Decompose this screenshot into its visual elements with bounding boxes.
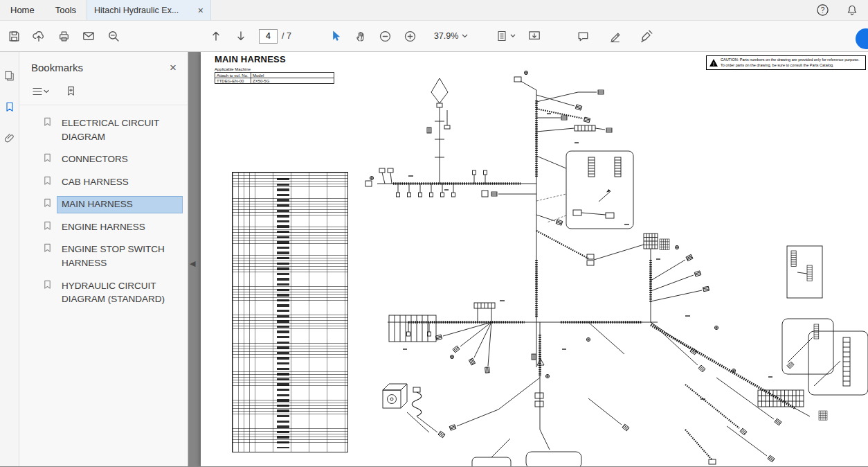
page-navigation: / 7 (204, 25, 291, 47)
bookmarks-header: Bookmarks × (19, 52, 188, 79)
bookmark-item-cab-harness[interactable]: CAB HARNESS (42, 171, 183, 194)
bookmark-item-engine-harness[interactable]: ENGINE HARNESS (42, 216, 183, 239)
attachments-icon[interactable] (3, 132, 15, 143)
bookmark-icon (43, 117, 52, 127)
hand-tool-icon[interactable] (350, 25, 372, 47)
bookmark-item-electrical-circuit-diagram[interactable]: ELECTRICAL CIRCUIT DIAGRAM (42, 112, 183, 148)
titlebar: Home Tools Hitachi Hydraulic Ex... × ? (0, 0, 868, 21)
close-bookmarks-icon[interactable]: × (170, 62, 177, 73)
page-thumbnails-icon[interactable] (3, 70, 15, 82)
next-page-icon[interactable] (230, 25, 252, 47)
bookmarks-list: ELECTRICAL CIRCUIT DIAGRAM CONNECTORS CA… (19, 105, 188, 311)
content-area: Bookmarks × ELECTRICAL CIRCUIT DIAGRAM C… (0, 52, 868, 466)
page-number-input[interactable] (259, 29, 278, 44)
document-viewer: ◀ MAIN HARNESS Applicable Machine Attach… (188, 52, 868, 466)
pdf-page: MAIN HARNESS Applicable Machine Attach t… (201, 52, 868, 466)
expand-current-bookmark-icon[interactable] (65, 85, 77, 97)
zoom-out-icon[interactable] (374, 25, 397, 47)
help-icon[interactable]: ? (816, 3, 829, 17)
bookmark-icon (43, 198, 52, 208)
previous-page-icon[interactable] (205, 25, 227, 47)
page-count-label: / 7 (282, 31, 291, 41)
bookmark-item-label: MAIN HARNESS (57, 197, 182, 213)
bookmarks-title: Bookmarks (31, 62, 83, 73)
bookmark-item-label: CONNECTORS (57, 152, 182, 168)
comment-icon[interactable] (572, 25, 594, 47)
page-scroll-mode-icon[interactable] (491, 25, 521, 47)
zoom-level-dropdown[interactable]: 37.9% (428, 31, 473, 41)
titlebar-right: ? (816, 0, 868, 20)
bookmark-item-label: ELECTRICAL CIRCUIT DIAGRAM (57, 116, 182, 145)
annotation-tools (570, 25, 659, 47)
wiring-diagram (201, 52, 868, 466)
document-tab-title: Hitachi Hydraulic Ex... (94, 6, 192, 15)
pointer-tools (323, 25, 423, 47)
page-display-tools (490, 25, 547, 47)
select-tool-icon[interactable] (325, 25, 347, 47)
print-icon[interactable] (53, 25, 75, 47)
document-tab[interactable]: Hitachi Hydraulic Ex... × (87, 0, 211, 20)
bookmark-icon (43, 221, 52, 231)
bookmark-item-main-harness[interactable]: MAIN HARNESS (42, 193, 183, 216)
navigation-icon-strip (0, 52, 19, 466)
highlight-icon[interactable] (604, 25, 626, 47)
zoom-in-icon[interactable] (399, 25, 422, 47)
tab-tools[interactable]: Tools (45, 0, 87, 20)
bookmarks-toolbar (19, 79, 188, 105)
bookmark-icon (43, 153, 52, 163)
sign-icon[interactable] (635, 25, 658, 47)
bookmark-item-hydraulic-circuit-diagram-standard[interactable]: HYDRAULIC CIRCUIT DIAGRAM (STANDARD) (42, 275, 183, 311)
bookmarks-panel-icon[interactable] (4, 101, 15, 112)
tab-home[interactable]: Home (0, 0, 45, 20)
email-icon[interactable] (78, 25, 100, 47)
chevron-down-icon (462, 34, 468, 38)
search-icon[interactable] (102, 25, 125, 47)
save-icon[interactable] (3, 25, 25, 47)
zoom-level-value: 37.9% (434, 31, 458, 41)
bookmark-item-connectors[interactable]: CONNECTORS (42, 148, 183, 171)
svg-text:?: ? (821, 6, 825, 14)
notifications-bell-icon[interactable] (846, 4, 858, 17)
close-document-icon[interactable]: × (198, 6, 204, 15)
bookmark-item-label: HYDRAULIC CIRCUIT DIAGRAM (STANDARD) (57, 279, 182, 308)
bookmark-options-icon[interactable] (32, 86, 50, 97)
bookmark-icon (43, 243, 52, 253)
bookmarks-panel: Bookmarks × ELECTRICAL CIRCUIT DIAGRAM C… (19, 52, 188, 466)
fit-page-icon[interactable] (523, 25, 545, 47)
bookmark-icon (43, 280, 52, 290)
bookmark-icon (43, 176, 52, 186)
bookmark-item-label: ENGINE STOP SWITCH HARNESS (57, 242, 182, 271)
bookmark-item-label: CAB HARNESS (57, 175, 182, 191)
collapse-panel-handle[interactable]: ◀ (190, 253, 199, 274)
bookmark-item-engine-stop-switch-harness[interactable]: ENGINE STOP SWITCH HARNESS (42, 238, 183, 274)
bookmark-item-label: ENGINE HARNESS (57, 220, 182, 236)
pdf-reader-window: Home Tools Hitachi Hydraulic Ex... × ? (0, 0, 868, 467)
cloud-upload-icon[interactable] (28, 25, 50, 47)
toolbar: / 7 37.9% (0, 21, 868, 52)
